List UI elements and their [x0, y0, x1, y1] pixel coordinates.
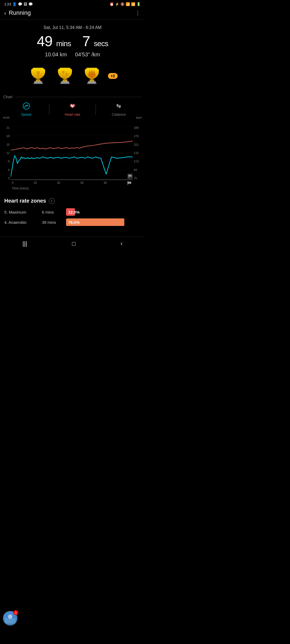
- svg-rect-1: [34, 81, 42, 83]
- status-right: ⏰ ⚡ 🔇 📶 📶 🔋: [110, 2, 141, 6]
- status-bar: 1:23 👤 💬 🖼 💬 ⏰ ⚡ 🔇 📶 📶 🔋: [0, 0, 145, 7]
- chart-svg-container: 🏁: [11, 126, 133, 180]
- messenger-icon: 💬: [18, 2, 22, 6]
- zone-maximum-bar-wrap: 12.0%: [66, 208, 141, 216]
- zone-row-maximum: 5. Maximum 6 mins 12.0%: [4, 208, 141, 216]
- session-date: Sat, Jul 11, 5:34 AM - 6:24 AM: [4, 25, 141, 30]
- duration-mins: 49: [37, 33, 52, 49]
- person-icon: 👤: [12, 2, 17, 6]
- y-left-3: 3: [3, 177, 10, 180]
- bluetooth-icon: ⚡: [115, 2, 119, 6]
- top-navigation: ‹ Running ⋮: [0, 7, 145, 20]
- chart-tabs: Speed Heart rate Cadence: [3, 102, 142, 116]
- hr-zones-info-icon[interactable]: i: [49, 198, 55, 204]
- hr-zones-title: Heart rate zones i: [4, 198, 141, 204]
- duration-secs-unit: secs: [94, 39, 108, 48]
- zone-anaerobic-bar-wrap: 78.0%: [66, 218, 141, 226]
- heart-rate-icon: [69, 102, 76, 111]
- svg-rect-9: [89, 79, 94, 81]
- session-duration: 49 mins 7 secs: [4, 33, 141, 49]
- zone-maximum-pct: 12.0%: [68, 210, 80, 214]
- image-icon: 🖼: [24, 2, 27, 6]
- svg-rect-6: [60, 83, 70, 84]
- zone-maximum-time: 6 mins: [42, 210, 63, 214]
- speed-icon: [23, 102, 30, 111]
- tab-speed[interactable]: Speed: [3, 102, 49, 116]
- x-label-20: 20: [57, 181, 60, 185]
- y-left-9: 9: [3, 160, 10, 163]
- signal-icon: 📶: [131, 2, 135, 6]
- x-label-0: 0: [12, 181, 13, 185]
- session-distance: 10.04 km: [45, 52, 67, 58]
- y-right-113: 113: [134, 160, 142, 163]
- svg-point-14: [26, 105, 27, 107]
- chart-unit-right: bpm: [136, 116, 142, 119]
- chart-unit-left: km/h: [3, 116, 10, 119]
- svg-rect-10: [88, 81, 96, 83]
- trophy-route: [54, 65, 76, 87]
- back-button[interactable]: ‹: [4, 10, 6, 16]
- more-trophies-badge[interactable]: +2: [108, 73, 118, 79]
- svg-point-8: [66, 73, 68, 75]
- y-right-94: 94: [134, 168, 142, 171]
- tab-heart-rate-label: Heart rate: [65, 112, 80, 116]
- y-right-170: 170: [134, 134, 142, 138]
- x-label-30: 30: [80, 181, 84, 185]
- svg-point-15: [116, 104, 119, 107]
- back-nav-button[interactable]: ‹: [121, 240, 122, 247]
- svg-rect-4: [63, 79, 67, 81]
- trophies-row: +2: [0, 60, 145, 89]
- finish-flag-icon: 🏁: [127, 181, 132, 185]
- svg-rect-2: [34, 83, 43, 84]
- zone-anaerobic-name: 4. Anaerobic: [4, 220, 39, 225]
- time-display: 1:23: [4, 2, 11, 6]
- tab-speed-label: Speed: [21, 112, 31, 116]
- y-left-6: 6: [3, 168, 10, 171]
- zone-row-anaerobic: 4. Anaerobic 39 mins 78.0%: [4, 218, 141, 226]
- silent-icon: 🔇: [120, 2, 125, 6]
- x-axis-unit: Time (mins): [12, 186, 29, 190]
- zone-anaerobic-bar: 78.0%: [66, 218, 124, 226]
- duration-mins-unit: mins: [56, 39, 71, 48]
- tab-heart-rate[interactable]: Heart rate: [49, 102, 95, 116]
- alarm-icon: ⏰: [110, 2, 114, 6]
- trophy-fire: [81, 65, 103, 87]
- session-header: Sat, Jul 11, 5:34 AM - 6:24 AM 49 mins 7…: [0, 20, 145, 60]
- recents-button[interactable]: |||: [23, 240, 27, 247]
- svg-point-16: [118, 105, 121, 108]
- bottom-navigation: ||| □ ‹: [0, 237, 145, 250]
- zone-maximum-name: 5. Maximum: [4, 210, 39, 214]
- home-button[interactable]: □: [72, 240, 75, 247]
- duration-secs: 7: [82, 33, 90, 49]
- nav-left: ‹ Running: [4, 9, 31, 16]
- zone-maximum-bar: 12.0%: [66, 208, 75, 216]
- x-label-40: 40: [104, 181, 107, 185]
- y-left-12: 12: [3, 151, 10, 155]
- y-left-21: 21: [3, 126, 10, 129]
- y-left-15: 15: [3, 143, 10, 146]
- session-pace: 04'53" /km: [75, 52, 100, 58]
- tab-cadence[interactable]: Cadence: [96, 102, 142, 116]
- y-left-18: 18: [3, 134, 10, 138]
- svg-rect-0: [36, 79, 41, 81]
- status-left: 1:23 👤 💬 🖼 💬: [4, 2, 33, 6]
- tab-cadence-label: Cadence: [112, 112, 126, 116]
- more-options-button[interactable]: ⋮: [135, 10, 141, 16]
- y-right-132: 132: [134, 151, 142, 155]
- chart-area: km/h bpm 21 18 15 12 9 6 3: [3, 121, 142, 190]
- session-stats: 10.04 km 04'53" /km: [4, 52, 141, 58]
- wifi-icon: 📶: [126, 2, 130, 6]
- trophy-road: [27, 65, 49, 87]
- svg-rect-11: [87, 83, 97, 84]
- chart-section-label: Chart: [3, 95, 142, 99]
- svg-text:🏁: 🏁: [128, 174, 132, 178]
- y-right-189: 189: [134, 126, 142, 129]
- x-label-10: 10: [34, 181, 37, 185]
- svg-point-7: [62, 71, 65, 73]
- zone-anaerobic-time: 39 mins: [42, 220, 63, 225]
- zone-anaerobic-pct: 78.0%: [68, 220, 80, 225]
- hr-zones-section: Heart rate zones i 5. Maximum 6 mins 12.…: [0, 192, 145, 231]
- chart-section: Chart Speed Heart rate: [0, 95, 145, 190]
- svg-rect-5: [61, 81, 69, 83]
- y-right-151: 151: [134, 143, 142, 146]
